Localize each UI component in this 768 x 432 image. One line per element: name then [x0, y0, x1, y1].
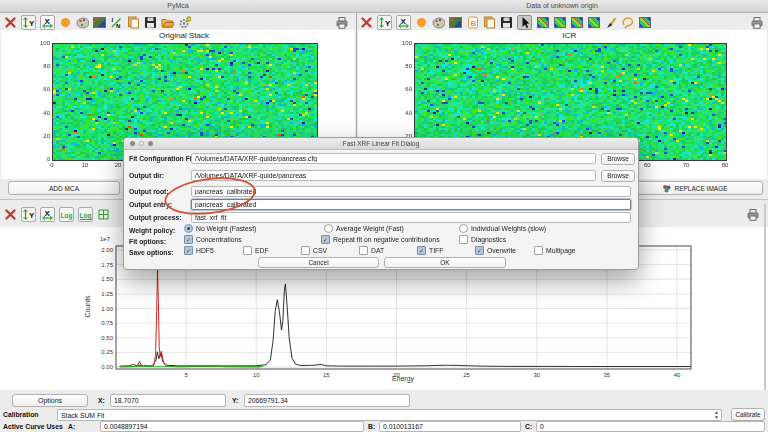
log-y-icon[interactable]: Log — [59, 207, 74, 222]
copy-icon[interactable] — [483, 16, 496, 29]
calibrate-button[interactable]: Calibrate — [731, 408, 765, 421]
lower-toolbar: YXLogLog — [4, 205, 110, 223]
image-icon[interactable] — [93, 16, 106, 29]
pymca-title: PyMca — [167, 2, 188, 9]
output-dir-browse-button[interactable]: Browse — [601, 170, 635, 182]
intensity-normalize-icon[interactable]: IN — [110, 16, 123, 29]
spectrum-x-tick-label: 5 — [171, 372, 201, 378]
open-folder-icon[interactable] — [161, 16, 174, 29]
checkbox-hdf5[interactable]: ✓HDF5 — [184, 246, 214, 255]
palette-icon[interactable] — [432, 16, 445, 29]
cancel-button[interactable]: Cancel — [258, 257, 379, 268]
output-process-input[interactable] — [191, 212, 631, 223]
option-label: Concentrations — [196, 236, 242, 243]
zoom-reset-icon[interactable] — [4, 208, 17, 221]
checkbox-concentrations[interactable]: ✓Concentrations — [184, 235, 242, 244]
output-entry-label: Output entry: — [129, 199, 172, 210]
output-entry-input[interactable] — [191, 199, 631, 210]
colormap-icon[interactable] — [536, 16, 549, 29]
replace-image-button[interactable]: REPLACE IMAGE — [627, 181, 763, 195]
svg-text:Log: Log — [80, 211, 92, 219]
radio-average-weight-fast[interactable]: Average Weight (Fast) — [324, 224, 404, 233]
print-icon[interactable] — [746, 208, 759, 221]
checkbox-repeat-fit-on-negative-contributions[interactable]: ✓Repeat fit on negative contributions — [321, 235, 440, 244]
data-window-title: Data of unknown origin — [526, 2, 598, 9]
checkbox-csv[interactable]: CSV — [301, 246, 327, 255]
x-autoscale-icon[interactable]: X — [40, 207, 55, 222]
y-tick-label: 20 — [20, 133, 50, 139]
colormap-icon[interactable] — [553, 16, 566, 29]
output-root-input[interactable] — [191, 186, 631, 197]
save-options-label: Save options: — [129, 247, 174, 258]
option-label: Overwrite — [487, 247, 516, 254]
checkbox-multipage[interactable]: Multipage — [534, 246, 575, 255]
spectrum-x-tick-label: 35 — [592, 372, 622, 378]
y-autoscale-icon[interactable]: Y — [21, 15, 36, 30]
right-toolbar-print — [750, 13, 763, 31]
radio-no-weight-fastest[interactable]: No Weight (Fastest) — [184, 224, 256, 233]
calibration-select[interactable]: Stack SUM Fit ▲▼ — [57, 409, 722, 421]
ok-button[interactable]: OK — [384, 257, 506, 268]
radio-individual-weights-slow[interactable]: Individual Weights (slow) — [459, 224, 546, 233]
vertical-slider[interactable] — [764, 204, 766, 390]
minimize-icon[interactable] — [139, 141, 144, 146]
color-dot-icon[interactable] — [415, 16, 428, 29]
brush-icon[interactable] — [604, 16, 617, 29]
option-label: EDF — [255, 247, 269, 254]
checkbox-diagnostics[interactable]: Diagnostics — [459, 235, 506, 244]
checkbox-icon: ✓ — [321, 235, 330, 244]
checkbox-overwrite[interactable]: ✓Overwrite — [475, 246, 516, 255]
fit-options-label: Fit options: — [129, 236, 166, 247]
pointer-icon[interactable] — [517, 15, 532, 30]
weight-policy-label: Weight policy: — [129, 225, 175, 236]
grid-icon[interactable] — [97, 208, 110, 221]
spectrum-x-tick-label: 30 — [522, 372, 552, 378]
close-icon[interactable] — [130, 141, 135, 146]
option-label: Average Weight (Fast) — [336, 225, 404, 232]
y-autoscale-icon[interactable]: Y — [21, 207, 36, 222]
image-icon[interactable] — [449, 16, 462, 29]
palette-icon[interactable] — [76, 16, 89, 29]
lasso-icon[interactable] — [621, 16, 634, 29]
log-x-icon[interactable]: Log — [78, 207, 93, 222]
colormap-icon[interactable] — [570, 16, 583, 29]
add-mca-button[interactable]: ADD MCA — [8, 181, 120, 195]
print-icon[interactable] — [335, 16, 348, 29]
save-icon[interactable] — [500, 16, 513, 29]
x-autoscale-icon[interactable]: X — [396, 15, 411, 30]
settings-icon[interactable] — [178, 16, 191, 29]
spectrum-x-tick-label: 20 — [381, 372, 411, 378]
x-tick-label: 70 — [671, 162, 701, 168]
zoom-reset-icon[interactable] — [4, 16, 17, 29]
right-toolbar: YXB — [360, 13, 651, 31]
save-icon[interactable] — [144, 16, 157, 29]
x-autoscale-icon[interactable]: X — [40, 15, 55, 30]
color-dot-icon[interactable] — [59, 16, 72, 29]
options-button[interactable]: Options — [12, 394, 88, 407]
checkbox-dat[interactable]: DAT — [359, 246, 384, 255]
checkbox-edf[interactable]: EDF — [243, 246, 269, 255]
document-icon[interactable]: B — [466, 16, 479, 29]
radio-icon — [184, 224, 193, 233]
cursor-y-value: 20669791.34 — [244, 394, 410, 407]
colormap-icon[interactable] — [638, 16, 651, 29]
checkbox-icon: ✓ — [184, 235, 193, 244]
fit-config-input[interactable] — [191, 153, 596, 164]
output-dir-input[interactable] — [191, 170, 596, 181]
y-tick-label: 100 — [382, 40, 412, 46]
colormap-icon[interactable] — [587, 16, 600, 29]
svg-text:X: X — [45, 17, 51, 26]
stepper-icon[interactable]: ▲▼ — [714, 410, 719, 420]
checkbox-tiff[interactable]: ✓TIFF — [417, 246, 443, 255]
y-tick-label: 80 — [382, 63, 412, 69]
pymca-titlebar: PyMca — [0, 0, 356, 13]
copy-icon[interactable] — [127, 16, 140, 29]
y-autoscale-icon[interactable]: Y — [377, 15, 392, 30]
zoom-window-icon[interactable] — [148, 141, 153, 146]
print-icon[interactable] — [750, 16, 763, 29]
c-value: 0 — [536, 421, 765, 432]
zoom-reset-icon[interactable] — [360, 16, 373, 29]
output-root-label: Output root: — [129, 186, 169, 197]
icr-title: ICR — [414, 31, 725, 40]
fit-config-browse-button[interactable]: Browse — [601, 153, 635, 165]
